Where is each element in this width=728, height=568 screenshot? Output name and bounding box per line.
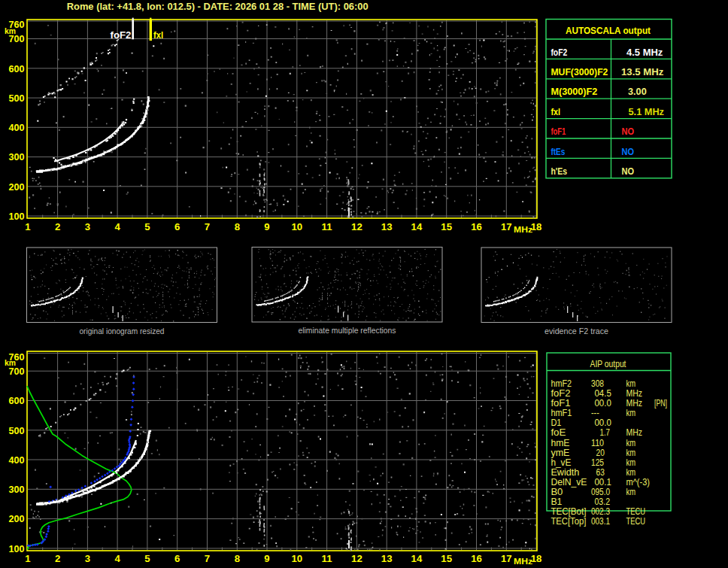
svg-text:h_vE: h_vE [551, 457, 571, 468]
svg-text:[PN]: [PN] [654, 398, 667, 409]
svg-text:10: 10 [291, 553, 302, 564]
svg-text:300: 300 [9, 484, 25, 495]
svg-text:200: 200 [9, 181, 25, 193]
svg-text:16: 16 [471, 553, 482, 564]
svg-text:MHz: MHz [626, 388, 643, 399]
svg-text:6: 6 [174, 221, 180, 232]
svg-text:17: 17 [501, 553, 512, 564]
svg-text:ymE: ymE [551, 448, 569, 458]
svg-text:8: 8 [235, 553, 240, 564]
svg-text:km: km [5, 26, 16, 35]
svg-text:400: 400 [9, 122, 25, 133]
svg-text:1: 1 [25, 221, 30, 232]
svg-text:20: 20 [596, 448, 605, 458]
svg-text:fxI: fxI [551, 106, 560, 117]
svg-text:km: km [626, 467, 636, 478]
svg-text:Rome (lat: +41.8, lon: 012.5): Rome (lat: +41.8, lon: 012.5) - DATE: 20… [67, 2, 369, 12]
svg-text:15: 15 [441, 553, 452, 564]
svg-text:ftEs: ftEs [551, 146, 565, 157]
svg-text:B1: B1 [551, 497, 562, 507]
svg-text:04.5: 04.5 [595, 388, 611, 399]
svg-text:AUTOSCALA output: AUTOSCALA output [566, 25, 651, 36]
svg-text:16: 16 [471, 221, 482, 232]
svg-text:3: 3 [85, 221, 90, 232]
svg-text:MHz: MHz [514, 225, 533, 234]
svg-text:MHz: MHz [626, 398, 643, 409]
svg-text:km: km [626, 438, 636, 448]
svg-text:km: km [626, 457, 636, 468]
svg-text:M(3000)F2: M(3000)F2 [551, 86, 597, 97]
svg-text:NO: NO [622, 126, 635, 137]
svg-text:9: 9 [264, 221, 269, 232]
svg-text:00.0: 00.0 [595, 398, 611, 409]
svg-text:foE: foE [551, 427, 566, 438]
svg-text:003.1: 003.1 [591, 516, 610, 527]
svg-text:h'Es: h'Es [551, 166, 567, 177]
svg-text:1.7: 1.7 [600, 427, 611, 438]
svg-text:foF1: foF1 [551, 126, 566, 137]
svg-text:1: 1 [25, 553, 30, 564]
svg-text:hmF2: hmF2 [551, 378, 572, 389]
svg-text:MHz: MHz [626, 427, 643, 438]
svg-text:MUF(3000)F2: MUF(3000)F2 [551, 66, 608, 77]
svg-text:foF2: foF2 [551, 388, 570, 399]
svg-text:TEC[Top]: TEC[Top] [551, 516, 586, 527]
svg-text:B0: B0 [551, 487, 563, 497]
svg-text:fxI: fxI [153, 29, 163, 41]
svg-text:TECU: TECU [626, 516, 646, 527]
svg-text:300: 300 [9, 151, 25, 163]
svg-text:original ionogram resized: original ionogram resized [80, 327, 165, 336]
svg-text:600: 600 [9, 63, 25, 74]
svg-text:6: 6 [174, 553, 180, 564]
svg-text:7: 7 [205, 221, 210, 232]
svg-text:002.3: 002.3 [591, 506, 610, 517]
svg-text:DelN_vE: DelN_vE [551, 477, 587, 488]
svg-text:km: km [626, 448, 636, 458]
svg-text:10: 10 [291, 221, 302, 232]
svg-text:00.1: 00.1 [595, 477, 611, 488]
svg-text:foF2: foF2 [551, 47, 567, 58]
svg-text:4: 4 [114, 221, 120, 232]
svg-text:14: 14 [411, 553, 423, 564]
svg-text:5: 5 [144, 553, 150, 564]
svg-text:D1: D1 [551, 418, 561, 428]
svg-text:TEC[Bot]: TEC[Bot] [551, 506, 586, 517]
svg-text:308: 308 [591, 378, 604, 389]
svg-text:km: km [626, 408, 636, 418]
svg-text:00.0: 00.0 [595, 418, 611, 428]
svg-text:100: 100 [9, 543, 25, 554]
svg-text:---: --- [591, 408, 599, 418]
svg-text:hmF1: hmF1 [551, 408, 572, 418]
svg-text:15: 15 [441, 221, 452, 232]
svg-text:63: 63 [596, 467, 605, 478]
svg-text:km: km [626, 487, 636, 497]
svg-text:12: 12 [351, 553, 362, 564]
svg-text:evidence F2 trace: evidence F2 trace [544, 327, 608, 336]
svg-text:600: 600 [9, 395, 25, 406]
svg-text:AIP output: AIP output [590, 359, 626, 369]
svg-text:foF2: foF2 [111, 29, 132, 41]
svg-text:5: 5 [144, 221, 150, 232]
svg-text:eliminate multiple reflections: eliminate multiple reflections [299, 327, 396, 335]
svg-text:foF1: foF1 [551, 398, 570, 409]
svg-text:095.0: 095.0 [591, 487, 610, 497]
svg-text:14: 14 [411, 221, 423, 232]
svg-text:5.1 MHz: 5.1 MHz [629, 106, 665, 117]
svg-text:200: 200 [9, 513, 25, 524]
svg-text:3: 3 [85, 553, 90, 564]
svg-text:500: 500 [9, 93, 25, 104]
svg-text:100: 100 [9, 211, 25, 222]
svg-text:4.5 MHz: 4.5 MHz [626, 47, 663, 58]
svg-text:3.00: 3.00 [628, 86, 647, 97]
svg-text:Ewidth: Ewidth [551, 467, 579, 478]
svg-text:13: 13 [381, 221, 393, 232]
svg-text:MHz: MHz [514, 557, 533, 566]
svg-text:2: 2 [55, 553, 60, 564]
svg-text:km: km [626, 378, 636, 389]
svg-text:7: 7 [205, 553, 210, 564]
svg-text:11: 11 [322, 553, 332, 564]
svg-text:9: 9 [264, 553, 269, 564]
svg-text:13.5 MHz: 13.5 MHz [621, 66, 664, 77]
svg-text:NO: NO [622, 166, 635, 177]
svg-text:125: 125 [591, 457, 604, 468]
